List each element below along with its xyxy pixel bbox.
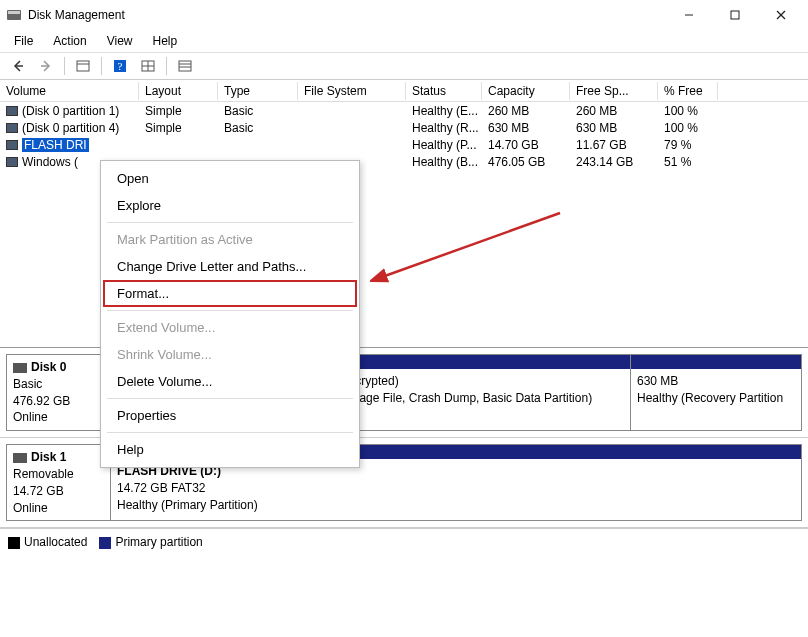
cell-pct: 79 % [658, 138, 718, 152]
col-type[interactable]: Type [218, 82, 298, 100]
context-separator [107, 222, 353, 223]
close-button[interactable] [758, 0, 804, 30]
menu-help[interactable]: Help [143, 32, 188, 50]
volume-icon [6, 123, 18, 133]
partition-status: Healthy (Recovery Partition [637, 390, 795, 407]
volume-name: FLASH DRI [22, 138, 89, 152]
back-button[interactable] [6, 55, 30, 77]
disk-name: Disk 1 [31, 450, 66, 464]
context-explore[interactable]: Explore [103, 192, 357, 219]
disk-name: Disk 0 [31, 360, 66, 374]
disk-state: Online [13, 500, 104, 517]
context-properties[interactable]: Properties [103, 402, 357, 429]
cell-status: Healthy (R... [406, 121, 482, 135]
disk-info[interactable]: Disk 0 Basic 476.92 GB Online [6, 354, 110, 431]
context-change-drive-letter[interactable]: Change Drive Letter and Paths... [103, 253, 357, 280]
context-separator [107, 432, 353, 433]
context-help[interactable]: Help [103, 436, 357, 463]
volume-icon [6, 157, 18, 167]
toolbar-separator [166, 57, 167, 75]
col-volume[interactable]: Volume [0, 82, 139, 100]
toolbar-separator [64, 57, 65, 75]
legend-primary: Primary partition [99, 535, 202, 549]
legend-label: Primary partition [115, 535, 202, 549]
menu-view[interactable]: View [97, 32, 143, 50]
maximize-button[interactable] [712, 0, 758, 30]
cell-type: Basic [218, 104, 298, 118]
list-button[interactable] [173, 55, 197, 77]
help-button[interactable]: ? [108, 55, 132, 77]
partition[interactable]: 630 MB Healthy (Recovery Partition [631, 355, 801, 430]
disk-icon [13, 453, 27, 463]
col-status[interactable]: Status [406, 82, 482, 100]
col-filesystem[interactable]: File System [298, 82, 406, 100]
swatch-blue [99, 537, 111, 549]
swatch-black [8, 537, 20, 549]
forward-button[interactable] [34, 55, 58, 77]
context-separator [107, 310, 353, 311]
partition-size: 630 MB [637, 373, 795, 390]
partition-body: FLASH DRIVE (D:) 14.72 GB FAT32 Healthy … [111, 459, 801, 520]
cell-free: 260 MB [570, 104, 658, 118]
window-title: Disk Management [28, 8, 125, 22]
partition-body: 630 MB Healthy (Recovery Partition [631, 369, 801, 430]
volume-icon [6, 106, 18, 116]
cell-capacity: 14.70 GB [482, 138, 570, 152]
table-row-selected[interactable]: FLASH DRI Healthy (P... 14.70 GB 11.67 G… [0, 136, 808, 153]
menu-file[interactable]: File [4, 32, 43, 50]
context-shrink-volume: Shrink Volume... [103, 341, 357, 368]
context-extend-volume: Extend Volume... [103, 314, 357, 341]
svg-rect-3 [731, 11, 739, 19]
col-freespace[interactable]: Free Sp... [570, 82, 658, 100]
disk-info[interactable]: Disk 1 Removable 14.72 GB Online [6, 444, 110, 521]
context-menu: Open Explore Mark Partition as Active Ch… [100, 160, 360, 468]
cell-layout: Simple [139, 104, 218, 118]
context-separator [107, 398, 353, 399]
volume-table-header: Volume Layout Type File System Status Ca… [0, 80, 808, 102]
volume-name: (Disk 0 partition 4) [22, 121, 119, 135]
svg-rect-1 [8, 11, 20, 14]
svg-text:?: ? [118, 60, 123, 72]
cell-status: Healthy (E... [406, 104, 482, 118]
cell-capacity: 476.05 GB [482, 155, 570, 169]
partition-status: Healthy (Primary Partition) [117, 497, 795, 514]
col-layout[interactable]: Layout [139, 82, 218, 100]
show-hide-button[interactable] [71, 55, 95, 77]
legend-label: Unallocated [24, 535, 87, 549]
legend-unallocated: Unallocated [8, 535, 87, 549]
cell-capacity: 630 MB [482, 121, 570, 135]
cell-free: 11.67 GB [570, 138, 658, 152]
minimize-button[interactable] [666, 0, 712, 30]
menu-action[interactable]: Action [43, 32, 96, 50]
disk-kind: Removable [13, 466, 104, 483]
volume-icon [6, 140, 18, 150]
cell-pct: 51 % [658, 155, 718, 169]
svg-rect-8 [77, 61, 89, 71]
cell-capacity: 260 MB [482, 104, 570, 118]
col-capacity[interactable]: Capacity [482, 82, 570, 100]
disk-size: 476.92 GB [13, 393, 104, 410]
cell-layout: Simple [139, 121, 218, 135]
context-open[interactable]: Open [103, 165, 357, 192]
cell-free: 243.14 GB [570, 155, 658, 169]
toolbar-separator [101, 57, 102, 75]
col-pctfree[interactable]: % Free [658, 82, 718, 100]
table-row[interactable]: (Disk 0 partition 4) Simple Basic Health… [0, 119, 808, 136]
disk-icon [13, 363, 27, 373]
partition-stripe [631, 355, 801, 369]
svg-rect-15 [179, 61, 191, 71]
col-spare [718, 89, 808, 93]
cell-pct: 100 % [658, 104, 718, 118]
context-mark-active: Mark Partition as Active [103, 226, 357, 253]
toolbar: ? [0, 52, 808, 80]
disk-state: Online [13, 409, 104, 426]
disk-kind: Basic [13, 376, 104, 393]
volume-name: (Disk 0 partition 1) [22, 104, 119, 118]
cell-status: Healthy (P... [406, 138, 482, 152]
context-delete-volume[interactable]: Delete Volume... [103, 368, 357, 395]
cell-type: Basic [218, 121, 298, 135]
context-format[interactable]: Format... [103, 280, 357, 307]
table-row[interactable]: (Disk 0 partition 1) Simple Basic Health… [0, 102, 808, 119]
grid-button[interactable] [136, 55, 160, 77]
menu-bar: File Action View Help [0, 30, 808, 52]
